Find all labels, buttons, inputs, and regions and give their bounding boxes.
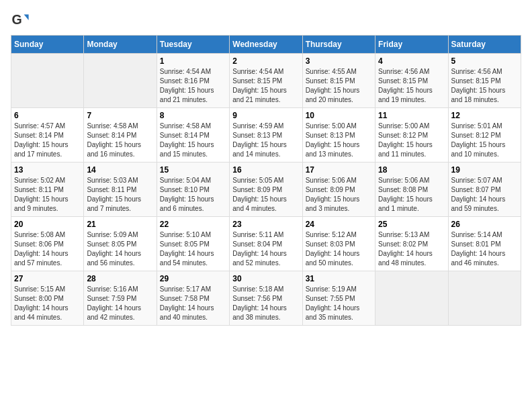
calendar-cell <box>11 54 84 108</box>
logo-icon: G <box>11 11 30 30</box>
calendar-cell: 14Sunrise: 5:03 AM Sunset: 8:11 PM Dayli… <box>84 163 157 217</box>
calendar-cell: 4Sunrise: 4:56 AM Sunset: 8:15 PM Daylig… <box>375 54 448 108</box>
calendar-cell: 5Sunrise: 4:56 AM Sunset: 8:15 PM Daylig… <box>448 54 521 108</box>
calendar-cell: 29Sunrise: 5:17 AM Sunset: 7:58 PM Dayli… <box>157 271 229 326</box>
day-info: Sunrise: 5:01 AM Sunset: 8:12 PM Dayligh… <box>451 122 518 159</box>
calendar-cell: 1Sunrise: 4:54 AM Sunset: 8:16 PM Daylig… <box>157 54 229 108</box>
day-number: 26 <box>451 220 518 229</box>
day-info: Sunrise: 5:19 AM Sunset: 7:55 PM Dayligh… <box>306 285 372 322</box>
calendar-cell: 15Sunrise: 5:04 AM Sunset: 8:10 PM Dayli… <box>157 163 229 217</box>
column-header-monday: Monday <box>84 36 157 54</box>
calendar-cell: 16Sunrise: 5:05 AM Sunset: 8:09 PM Dayli… <box>230 163 302 217</box>
calendar-cell: 23Sunrise: 5:11 AM Sunset: 8:04 PM Dayli… <box>230 217 302 271</box>
svg-text:G: G <box>11 12 21 27</box>
day-number: 4 <box>378 56 445 66</box>
day-info: Sunrise: 5:03 AM Sunset: 8:11 PM Dayligh… <box>87 176 153 214</box>
day-number: 3 <box>306 56 372 66</box>
day-number: 8 <box>160 111 226 120</box>
day-number: 18 <box>378 165 445 175</box>
day-number: 22 <box>160 220 226 229</box>
calendar-table: SundayMondayTuesdayWednesdayThursdayFrid… <box>11 35 521 326</box>
day-info: Sunrise: 5:14 AM Sunset: 8:01 PM Dayligh… <box>451 230 518 268</box>
calendar-week-row: 6Sunrise: 4:57 AM Sunset: 8:14 PM Daylig… <box>11 108 521 163</box>
column-header-thursday: Thursday <box>302 36 375 54</box>
calendar-cell: 17Sunrise: 5:06 AM Sunset: 8:09 PM Dayli… <box>302 163 375 217</box>
calendar-cell <box>448 271 521 326</box>
day-info: Sunrise: 4:58 AM Sunset: 8:14 PM Dayligh… <box>87 122 153 159</box>
calendar-cell: 28Sunrise: 5:16 AM Sunset: 7:59 PM Dayli… <box>84 271 157 326</box>
calendar-week-row: 27Sunrise: 5:15 AM Sunset: 8:00 PM Dayli… <box>11 271 521 326</box>
calendar-week-row: 1Sunrise: 4:54 AM Sunset: 8:16 PM Daylig… <box>11 54 521 108</box>
day-number: 15 <box>160 165 226 175</box>
day-info: Sunrise: 5:00 AM Sunset: 8:13 PM Dayligh… <box>306 122 372 159</box>
day-info: Sunrise: 5:13 AM Sunset: 8:02 PM Dayligh… <box>378 230 445 268</box>
day-number: 14 <box>87 165 153 175</box>
day-info: Sunrise: 5:12 AM Sunset: 8:03 PM Dayligh… <box>306 230 372 268</box>
calendar-cell: 26Sunrise: 5:14 AM Sunset: 8:01 PM Dayli… <box>448 217 521 271</box>
logo: G <box>11 11 32 30</box>
calendar-cell: 19Sunrise: 5:07 AM Sunset: 8:07 PM Dayli… <box>448 163 521 217</box>
day-info: Sunrise: 4:55 AM Sunset: 8:15 PM Dayligh… <box>306 67 372 105</box>
calendar-cell: 18Sunrise: 5:06 AM Sunset: 8:08 PM Dayli… <box>375 163 448 217</box>
column-header-saturday: Saturday <box>448 36 521 54</box>
day-info: Sunrise: 5:05 AM Sunset: 8:09 PM Dayligh… <box>232 176 299 214</box>
day-info: Sunrise: 5:16 AM Sunset: 7:59 PM Dayligh… <box>87 285 153 322</box>
day-number: 13 <box>14 165 81 175</box>
calendar-cell: 8Sunrise: 4:58 AM Sunset: 8:14 PM Daylig… <box>157 108 229 163</box>
day-info: Sunrise: 5:15 AM Sunset: 8:00 PM Dayligh… <box>14 285 81 322</box>
day-info: Sunrise: 4:57 AM Sunset: 8:14 PM Dayligh… <box>14 122 81 159</box>
calendar-cell: 20Sunrise: 5:08 AM Sunset: 8:06 PM Dayli… <box>11 217 84 271</box>
calendar-cell: 30Sunrise: 5:18 AM Sunset: 7:56 PM Dayli… <box>230 271 302 326</box>
calendar-cell: 21Sunrise: 5:09 AM Sunset: 8:05 PM Dayli… <box>84 217 157 271</box>
day-info: Sunrise: 4:59 AM Sunset: 8:13 PM Dayligh… <box>232 122 299 159</box>
day-number: 2 <box>232 56 299 66</box>
calendar-cell: 3Sunrise: 4:55 AM Sunset: 8:15 PM Daylig… <box>302 54 375 108</box>
calendar-cell: 9Sunrise: 4:59 AM Sunset: 8:13 PM Daylig… <box>230 108 302 163</box>
day-number: 1 <box>160 56 226 66</box>
calendar-cell <box>375 271 448 326</box>
calendar-cell: 27Sunrise: 5:15 AM Sunset: 8:00 PM Dayli… <box>11 271 84 326</box>
day-number: 10 <box>306 111 372 120</box>
day-info: Sunrise: 4:58 AM Sunset: 8:14 PM Dayligh… <box>160 122 226 159</box>
svg-marker-1 <box>24 15 29 20</box>
day-info: Sunrise: 5:04 AM Sunset: 8:10 PM Dayligh… <box>160 176 226 214</box>
day-number: 29 <box>160 274 226 283</box>
day-info: Sunrise: 5:11 AM Sunset: 8:04 PM Dayligh… <box>232 230 299 268</box>
day-number: 12 <box>451 111 518 120</box>
calendar-cell: 6Sunrise: 4:57 AM Sunset: 8:14 PM Daylig… <box>11 108 84 163</box>
day-info: Sunrise: 4:54 AM Sunset: 8:16 PM Dayligh… <box>160 67 226 105</box>
day-info: Sunrise: 5:17 AM Sunset: 7:58 PM Dayligh… <box>160 285 226 322</box>
column-header-friday: Friday <box>375 36 448 54</box>
day-number: 6 <box>14 111 81 120</box>
day-info: Sunrise: 5:00 AM Sunset: 8:12 PM Dayligh… <box>378 122 445 159</box>
day-number: 25 <box>378 220 445 229</box>
calendar-cell: 22Sunrise: 5:10 AM Sunset: 8:05 PM Dayli… <box>157 217 229 271</box>
day-info: Sunrise: 5:07 AM Sunset: 8:07 PM Dayligh… <box>451 176 518 214</box>
day-number: 30 <box>232 274 299 283</box>
calendar-cell: 7Sunrise: 4:58 AM Sunset: 8:14 PM Daylig… <box>84 108 157 163</box>
day-info: Sunrise: 5:06 AM Sunset: 8:09 PM Dayligh… <box>306 176 372 214</box>
day-info: Sunrise: 5:08 AM Sunset: 8:06 PM Dayligh… <box>14 230 81 268</box>
day-number: 19 <box>451 165 518 175</box>
calendar-week-row: 13Sunrise: 5:02 AM Sunset: 8:11 PM Dayli… <box>11 163 521 217</box>
day-info: Sunrise: 4:56 AM Sunset: 8:15 PM Dayligh… <box>451 67 518 105</box>
day-number: 16 <box>232 165 299 175</box>
column-header-wednesday: Wednesday <box>230 36 302 54</box>
day-info: Sunrise: 5:02 AM Sunset: 8:11 PM Dayligh… <box>14 176 81 214</box>
day-info: Sunrise: 5:10 AM Sunset: 8:05 PM Dayligh… <box>160 230 226 268</box>
calendar-cell: 11Sunrise: 5:00 AM Sunset: 8:12 PM Dayli… <box>375 108 448 163</box>
header-row: SundayMondayTuesdayWednesdayThursdayFrid… <box>11 36 521 54</box>
day-number: 11 <box>378 111 445 120</box>
day-number: 5 <box>451 56 518 66</box>
calendar-cell: 12Sunrise: 5:01 AM Sunset: 8:12 PM Dayli… <box>448 108 521 163</box>
day-info: Sunrise: 4:56 AM Sunset: 8:15 PM Dayligh… <box>378 67 445 105</box>
calendar-cell: 2Sunrise: 4:54 AM Sunset: 8:15 PM Daylig… <box>230 54 302 108</box>
day-number: 9 <box>232 111 299 120</box>
column-header-tuesday: Tuesday <box>157 36 229 54</box>
day-number: 21 <box>87 220 153 229</box>
calendar-cell: 31Sunrise: 5:19 AM Sunset: 7:55 PM Dayli… <box>302 271 375 326</box>
day-info: Sunrise: 4:54 AM Sunset: 8:15 PM Dayligh… <box>232 67 299 105</box>
day-number: 23 <box>232 220 299 229</box>
day-number: 31 <box>306 274 372 283</box>
calendar-cell <box>84 54 157 108</box>
